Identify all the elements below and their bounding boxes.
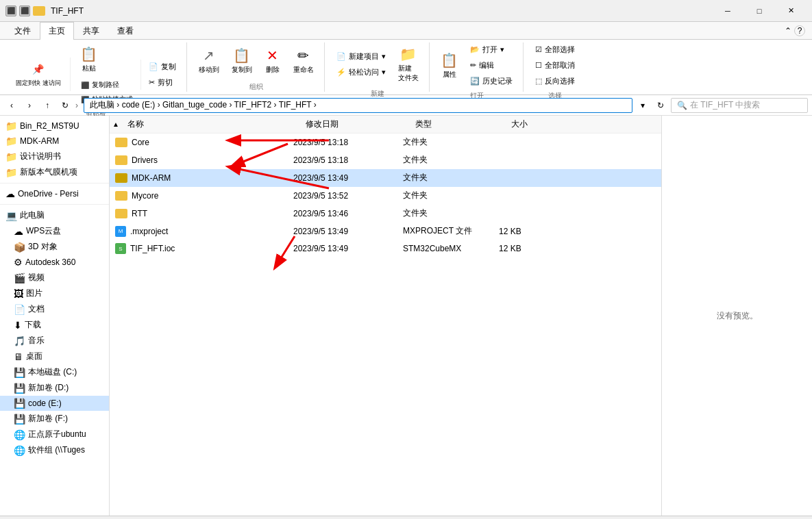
copy-icon: 📄 — [149, 62, 158, 71]
sidebar-item-software[interactable]: 🌐 软件组 (\\Tuges — [0, 442, 109, 458]
search-box[interactable]: 🔍 在 TIF_HFT 中搜索 — [671, 98, 808, 113]
doc-icon: 📄 — [14, 304, 25, 315]
sidebar-item-docs[interactable]: 📄 文档 — [0, 301, 109, 317]
address-input[interactable] — [84, 98, 632, 113]
copy-to-button[interactable]: 📋 复制到 — [227, 44, 257, 78]
rename-button[interactable]: ✏ 重命名 — [288, 44, 319, 78]
title-folder-icon — [33, 6, 45, 16]
copy-path-button[interactable]: ⬛ 复制路径 — [76, 78, 138, 92]
folder-icon — [115, 155, 127, 165]
sidebar-item-new-d[interactable]: 💾 新加卷 (D:) — [0, 380, 109, 396]
pin-to-quickaccess-button[interactable]: 📌 固定到快 速访问 — [11, 58, 66, 91]
sidebar-label-local-c: 本地磁盘 (C:) — [28, 366, 77, 378]
sidebar-item-design[interactable]: 📁 设计说明书 — [0, 149, 109, 164]
properties-button[interactable]: 📋 属性 — [436, 49, 463, 83]
tab-home[interactable]: 主页 — [40, 22, 74, 40]
move-to-button[interactable]: ↗ 移动到 — [194, 44, 224, 78]
up-button[interactable]: ↑ — [40, 98, 55, 113]
sidebar-item-downloads[interactable]: ⬇ 下载 — [0, 317, 109, 333]
maximize-button[interactable]: □ — [743, 0, 775, 22]
sidebar-label-music: 音乐 — [28, 335, 45, 346]
paste-button[interactable]: 📋 粘贴 — [76, 42, 102, 77]
history-icon: 🔄 — [470, 77, 480, 86]
window-controls: ─ □ ✕ — [712, 0, 807, 22]
sidebar-label-new-f: 新加卷 (F:) — [28, 413, 68, 425]
col-header-size[interactable]: 大小 — [506, 117, 574, 131]
sidebar-item-desktop[interactable]: 🖥 桌面 — [0, 349, 109, 364]
file-row-drivers[interactable]: Drivers 2023/9/5 13:18 文件夹 — [110, 151, 661, 169]
file-size-mxproject: 12 KB — [493, 225, 562, 238]
deselect-all-button[interactable]: ☐ 全部取消 — [530, 58, 580, 73]
history-button[interactable]: 🔄 历史记录 — [465, 74, 517, 88]
refresh-button[interactable]: ↻ — [58, 98, 73, 113]
open-button[interactable]: 📂 打开 ▾ — [465, 42, 517, 57]
sidebar-item-onedrive[interactable]: ☁ OneDrive - Persi — [0, 186, 109, 201]
collapse-ribbon-icon[interactable]: ⌃ — [785, 26, 791, 36]
help-icon[interactable]: ? — [794, 25, 805, 36]
open-label: 打开 — [482, 45, 497, 55]
copy-button[interactable]: 📄 复制 — [144, 60, 181, 74]
tab-share[interactable]: 共享 — [74, 22, 108, 40]
sidebar-item-3d[interactable]: 📦 3D 对象 — [0, 239, 109, 255]
new-item-label: 新建项目 — [349, 51, 379, 62]
expand-address-button[interactable]: ▾ — [635, 98, 650, 113]
new-item-button[interactable]: 📄 新建项目 ▾ — [332, 49, 391, 64]
select-all-button[interactable]: ☑ 全部选择 — [530, 42, 580, 57]
invert-label: 反向选择 — [545, 76, 575, 86]
sidebar-item-wps[interactable]: ☁ WPS云盘 — [0, 223, 109, 239]
new-folder-button[interactable]: 📁 新建文件夹 — [393, 42, 423, 86]
file-list: ▲ 名称 修改日期 类型 大小 Core 2023/9/5 13:18 文件夹 — [110, 116, 661, 516]
file-row-mdk-arm[interactable]: MDK-ARM 2023/9/5 13:49 文件夹 — [110, 169, 661, 187]
deselect-label: 全部取消 — [545, 60, 575, 71]
delete-button[interactable]: ✕ 删除 — [260, 44, 286, 78]
sidebar-item-new-f[interactable]: 💾 新加卷 (F:) — [0, 411, 109, 427]
delete-label: 删除 — [266, 65, 280, 75]
back-button[interactable]: ‹ — [4, 98, 19, 113]
sidebar-item-newver[interactable]: 📁 新版本气膜机项 — [0, 164, 109, 180]
title-icon-1[interactable]: ⬛ — [5, 5, 16, 16]
ioc-icon: S — [115, 243, 126, 254]
ribbon-content: 📌 固定到快 速访问 📋 粘贴 ⬛ — [0, 40, 812, 94]
ribbon-group-new: 📄 新建项目 ▾ ⚡ 轻松访问 ▾ 📁 新建文件夹 — [326, 42, 430, 92]
col-header-date[interactable]: 修改日期 — [300, 117, 410, 131]
col-header-type[interactable]: 类型 — [410, 117, 506, 131]
col-header-name[interactable]: 名称 — [122, 117, 300, 131]
title-icon-2[interactable]: ⬛ — [19, 5, 30, 16]
tab-view[interactable]: 查看 — [108, 22, 143, 40]
cut-button[interactable]: ✂ 剪切 — [144, 75, 181, 90]
sidebar-item-code-e[interactable]: 💾 code (E:) — [0, 396, 109, 411]
file-row-rtt[interactable]: RTT 2023/9/5 13:46 文件夹 — [110, 205, 661, 223]
sidebar-item-local-c[interactable]: 💾 本地磁盘 (C:) — [0, 364, 109, 380]
sidebar-item-pictures[interactable]: 🖼 图片 — [0, 286, 109, 301]
file-row-mycore[interactable]: Mycore 2023/9/5 13:52 文件夹 — [110, 187, 661, 205]
forward-button[interactable]: › — [22, 98, 37, 113]
sidebar-item-video[interactable]: 🎬 视频 — [0, 270, 109, 286]
open-icon: 📂 — [470, 45, 480, 54]
file-type-core: 文件夹 — [397, 135, 493, 149]
minimize-button[interactable]: ─ — [712, 0, 743, 22]
video-icon: 🎬 — [14, 273, 25, 283]
new-folder-label: 新建文件夹 — [398, 64, 419, 83]
refresh-address-button[interactable]: ↻ — [653, 98, 668, 113]
sidebar-item-autodesk[interactable]: ⚙ Autodesk 360 — [0, 255, 109, 270]
file-row-core[interactable]: Core 2023/9/5 13:18 文件夹 — [110, 134, 661, 151]
box-icon: 📦 — [14, 242, 25, 253]
sidebar-item-music[interactable]: 🎵 音乐 — [0, 333, 109, 349]
download-icon: ⬇ — [14, 320, 22, 331]
invert-selection-button[interactable]: ⬚ 反向选择 — [530, 74, 580, 88]
file-row-ioc[interactable]: S TIF_HFT.ioc 2023/9/5 13:49 STM32CubeMX… — [110, 240, 661, 257]
edit-button[interactable]: ✏ 编辑 — [465, 58, 517, 73]
sidebar-item-bin[interactable]: 📁 Bin_R2_MST9U — [0, 118, 109, 134]
sidebar-item-mdk[interactable]: 📁 MDK-ARM — [0, 134, 109, 149]
close-button[interactable]: ✕ — [775, 0, 807, 22]
copy-path-label: 复制路径 — [92, 80, 119, 90]
file-name-core: Core — [132, 138, 149, 147]
tab-file[interactable]: 文件 — [5, 22, 40, 40]
sidebar-item-zhengdian[interactable]: 🌐 正点原子ubuntu — [0, 427, 109, 442]
file-row-mxproject[interactable]: M .mxproject 2023/9/5 13:49 MXPROJECT 文件… — [110, 223, 661, 240]
sidebar-item-thispc[interactable]: 💻 此电脑 — [0, 207, 109, 223]
organize-buttons: ↗ 移动到 📋 复制到 ✕ 删除 ✏ 重命名 — [194, 42, 319, 79]
sidebar-label-mdk: MDK-ARM — [20, 136, 59, 146]
easy-access-icon: ⚡ — [336, 68, 346, 77]
easy-access-button[interactable]: ⚡ 轻松访问 ▾ — [332, 65, 391, 79]
